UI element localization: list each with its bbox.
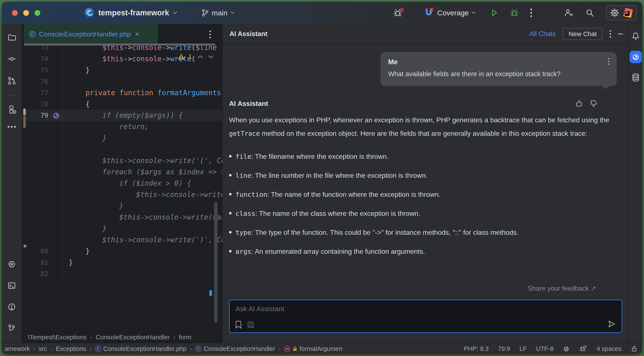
prompt-library-icon[interactable] [235, 320, 242, 329]
commit-icon[interactable] [7, 54, 16, 64]
share-feedback-link[interactable]: Share your feedback ↗ [528, 284, 596, 292]
prev-warning-icon[interactable] [197, 55, 204, 59]
project-selector[interactable]: tempest-framework [85, 8, 177, 18]
code-line[interactable]: foreach ($args as $index => $ar [22, 166, 222, 178]
thumbs-down-icon[interactable] [588, 99, 597, 108]
database-icon[interactable] [631, 73, 640, 83]
settings-group[interactable] [606, 5, 637, 20]
caret-position[interactable]: 79:9 [498, 345, 510, 352]
code-text[interactable] [62, 144, 222, 155]
status-breadcrumb-item[interactable]: Exceptions [56, 345, 86, 352]
more-icon[interactable] [7, 126, 16, 128]
inspections-widget[interactable]: 1 [178, 53, 214, 60]
status-breadcrumb-item[interactable]: mformatArgumen [284, 345, 342, 352]
send-icon[interactable] [607, 319, 616, 328]
code-text[interactable] [62, 76, 222, 87]
next-warning-icon[interactable] [208, 55, 214, 59]
code-line[interactable]: 78{ [22, 98, 222, 110]
file-encoding[interactable]: UTF-8 [536, 345, 554, 352]
code-text[interactable]: } [62, 65, 222, 76]
message-options-icon[interactable] [608, 58, 610, 65]
search-icon[interactable] [585, 8, 594, 18]
code-line[interactable]: 80} [22, 245, 222, 257]
code-line[interactable]: 81} [22, 257, 222, 268]
structure-icon[interactable] [7, 105, 16, 114]
breadcrumb-item[interactable]: form [179, 333, 192, 341]
code-line[interactable]: if ($index > 0) { [22, 178, 222, 189]
code-line[interactable]: } [22, 200, 222, 211]
hide-panel-icon[interactable] [618, 33, 623, 35]
code-text[interactable]: { [62, 98, 222, 110]
code-text[interactable]: $this->console->write($line . ' [62, 44, 222, 53]
code-text[interactable]: } [62, 257, 222, 268]
ai-spiral-icon[interactable] [563, 345, 570, 352]
code-text[interactable]: $this->console->write(')', Cons [62, 234, 222, 245]
code-text[interactable]: if (empty($args)) { [62, 110, 222, 121]
code-text[interactable]: } [62, 132, 222, 144]
bug-disabled-icon[interactable] [579, 345, 587, 352]
code-line[interactable]: 73$this->console->write($line . ' [22, 44, 222, 53]
code-text[interactable]: foreach ($args as $index => $ar [62, 166, 222, 178]
breadcrumb-item[interactable]: \Tempest\Exceptions [28, 333, 87, 341]
editor-top-scrollbar[interactable] [24, 44, 216, 46]
code-line[interactable]: return; [22, 121, 222, 132]
save-prompt-icon[interactable] [247, 320, 255, 329]
run-icon[interactable] [490, 8, 499, 18]
line-number[interactable]: 78 [26, 100, 50, 108]
line-number[interactable]: 76 [26, 78, 50, 85]
code-text[interactable]: private function formatArguments(mi [62, 87, 222, 98]
panel-options-icon[interactable] [610, 30, 611, 38]
php-version[interactable]: PHP: 8.3 [464, 345, 488, 352]
zoom-window-button[interactable] [34, 10, 40, 16]
code-text[interactable]: } [62, 223, 222, 234]
code-line[interactable]: 79if (empty($args)) { [22, 110, 222, 121]
problems-icon[interactable] [7, 302, 16, 312]
debug-icon[interactable] [510, 8, 519, 18]
close-icon[interactable] [135, 32, 139, 36]
code-text[interactable]: if ($index > 0) { [62, 178, 222, 189]
line-number[interactable]: 80 [26, 247, 50, 255]
bug-disabled-icon[interactable] [393, 8, 404, 18]
chat-input[interactable]: Ask AI Assistant [229, 300, 622, 333]
line-number[interactable]: 82 [26, 270, 50, 277]
code-editor[interactable]: 73$this->console->write($line . '74$this… [22, 44, 222, 332]
line-number[interactable]: 75 [26, 66, 50, 74]
services-icon[interactable] [7, 259, 16, 269]
code-text[interactable]: return; [62, 121, 222, 132]
code-text[interactable]: $this->console->write( [62, 189, 222, 200]
branch-selector[interactable]: main [201, 9, 234, 17]
notifications-bell-icon[interactable] [631, 32, 640, 41]
tab-console-exception-handler[interactable]: C ConsoleExceptionHandler.php [24, 24, 158, 44]
ai-assistant-icon[interactable] [630, 51, 642, 63]
editor-scrollbar[interactable] [214, 202, 218, 323]
all-chats-link[interactable]: All Chats [529, 30, 556, 38]
ai-inline-icon[interactable] [50, 111, 62, 120]
code-line[interactable]: 82 [22, 268, 222, 279]
code-text[interactable]: $this->console->write('(', Cons [62, 155, 222, 166]
code-line[interactable]: $this->console->write(')', Cons [22, 234, 222, 245]
code-line[interactable]: } [22, 132, 222, 144]
new-chat-button[interactable]: New Chat [562, 28, 603, 40]
code-line[interactable] [22, 144, 222, 155]
add-user-icon[interactable] [564, 8, 574, 18]
line-separator[interactable]: LF [520, 345, 527, 352]
version-control-icon[interactable] [7, 323, 16, 333]
lock-open-icon[interactable] [631, 345, 638, 352]
code-text[interactable]: } [62, 200, 222, 211]
minimize-window-button[interactable] [23, 10, 29, 16]
code-line[interactable]: $this->console->write(var_e [22, 211, 222, 223]
code-line[interactable]: 77private function formatArguments(mi [22, 87, 222, 98]
code-line[interactable]: 76 [22, 76, 222, 87]
pull-request-icon[interactable] [7, 76, 16, 85]
code-text[interactable]: $this->console->write(var_e [62, 211, 222, 223]
close-window-button[interactable] [12, 10, 18, 16]
thumbs-up-icon[interactable] [574, 99, 582, 108]
project-folder-icon[interactable] [7, 33, 16, 42]
more-vertical-icon[interactable] [530, 8, 532, 17]
code-line[interactable]: $this->console->write('(', Cons [22, 155, 222, 166]
terminal-icon[interactable] [7, 281, 16, 290]
line-number[interactable]: 74 [26, 55, 50, 63]
settings-gear-icon[interactable] [610, 8, 619, 18]
line-number[interactable]: 77 [26, 89, 50, 97]
code-text[interactable] [62, 268, 222, 279]
